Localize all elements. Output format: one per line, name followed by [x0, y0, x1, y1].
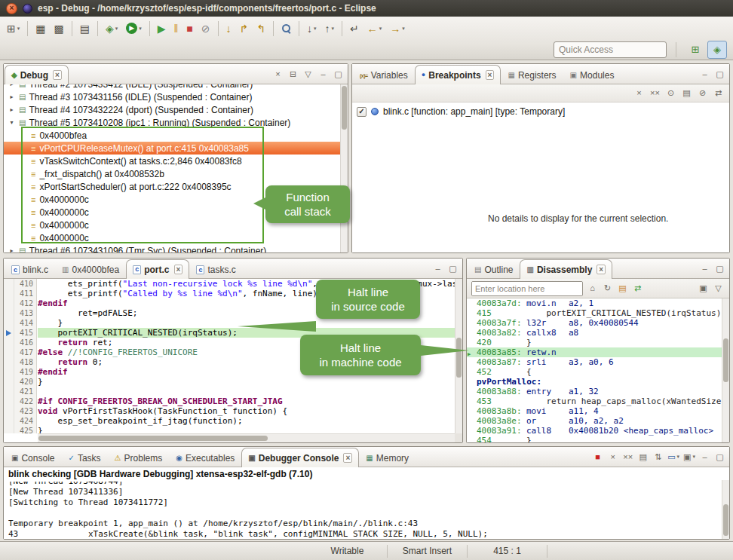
maximize-button[interactable]: ▢	[713, 262, 726, 275]
disasm-label-row[interactable]: pvPortMalloc:	[467, 377, 722, 387]
save-all-button[interactable]: ▩	[50, 20, 67, 38]
location-input[interactable]	[472, 282, 583, 295]
remove-selected-breakpoints-button[interactable]: ×	[633, 87, 646, 100]
stack-frame-row[interactable]: ≡vTaskSwitchContext() at tasks.c:2,846 0…	[4, 155, 348, 167]
disasm-instruction-row[interactable]: 40083a8e:ora10, a2, a2	[467, 416, 722, 426]
tab-tasks-c[interactable]: ctasks.c	[189, 261, 242, 278]
home-button[interactable]: ⌂	[586, 282, 599, 295]
tab-outline[interactable]: ▤Outline	[468, 261, 520, 278]
last-edit-location-button[interactable]: ↵	[346, 20, 363, 38]
debug-thread-row[interactable]: ▸▤Thread #2 1073433412 (IDLE) (Suspended…	[4, 84, 348, 90]
remove-all-terminated-button[interactable]: ×	[271, 67, 284, 81]
debug-thread-row[interactable]: ▸▤Thread #6 1073431096 (Tmr Svc) (Suspen…	[4, 244, 348, 252]
view-menu-button[interactable]: ▽	[302, 67, 314, 81]
step-into-button[interactable]: ↓	[222, 20, 235, 38]
debug-perspective-button[interactable]: ◈	[707, 41, 727, 59]
refresh-button[interactable]: ↻	[601, 282, 614, 295]
code-line[interactable]	[38, 387, 455, 396]
twistie-icon[interactable]: ▸	[8, 247, 16, 252]
display-selected-console-button[interactable]: ▭▾	[667, 450, 680, 464]
tab-memory[interactable]: ▦Memory	[359, 449, 416, 467]
editor-vertical-scrollbar[interactable]	[455, 279, 462, 433]
debug-thread-row[interactable]: ▸▤Thread #3 1073431156 (IDLE) (Suspended…	[4, 90, 348, 103]
stack-frame-row[interactable]: ≡_frxt_dispatch() at 0x4008532b	[4, 167, 348, 180]
new-button[interactable]: ⊞▾	[3, 20, 23, 38]
tab-registers[interactable]: ▦Registers	[501, 66, 563, 84]
disasm-instruction-row[interactable]: 40083a85:retw.n▶	[467, 347, 722, 357]
minimize-button[interactable]: –	[317, 67, 330, 81]
previous-annotation-button[interactable]: ↑▾	[321, 20, 339, 38]
show-breakpoints-supported-button[interactable]: ⊙	[664, 87, 677, 100]
skip-all-breakpoints-button[interactable]: ⊘	[696, 87, 709, 100]
minimize-button[interactable]: –	[698, 262, 711, 275]
view-menu-button[interactable]: ▽	[712, 282, 725, 295]
tab-debug[interactable]: ◈Debug×	[5, 65, 69, 84]
close-tab-icon[interactable]: ×	[174, 265, 183, 274]
scrollbar-thumb[interactable]	[342, 86, 347, 130]
run-button[interactable]: ▶▾	[122, 20, 146, 38]
code-line[interactable]: void vPortFirstTaskHook(TaskFunction_t f…	[38, 406, 455, 416]
twistie-icon[interactable]: ▾	[8, 119, 16, 126]
link-with-debug-view-button[interactable]: ⇄	[712, 87, 725, 100]
collapse-all-button[interactable]: ⊟	[287, 67, 299, 81]
minimize-button[interactable]: –	[431, 262, 444, 275]
debug-thread-row[interactable]: ▸▤Thread #4 1073432224 (dport) (Suspende…	[4, 103, 348, 116]
tab-port-c[interactable]: cport.c×	[126, 259, 189, 279]
tab-executables[interactable]: ◉Executables	[169, 449, 241, 467]
quick-access-input[interactable]	[554, 41, 667, 58]
scrollbar-thumb[interactable]	[723, 338, 728, 381]
print-button[interactable]: ▤	[76, 20, 94, 38]
maximize-button[interactable]: ▢	[446, 262, 459, 275]
disassembly-scrollbar[interactable]	[722, 298, 729, 442]
scroll-lock-button[interactable]: ⇅	[652, 450, 664, 464]
tab-problems[interactable]: ⚠Problems	[108, 449, 170, 467]
disconnect-button[interactable]: ⊘	[198, 20, 214, 38]
show-source-button[interactable]: ▤	[616, 282, 629, 295]
editor-horizontal-scrollbar[interactable]	[38, 433, 455, 442]
maximize-button[interactable]: ▢	[713, 67, 726, 81]
twistie-icon[interactable]: ▸	[8, 106, 16, 113]
disasm-instruction-row[interactable]: 40083a7d:movi.na2, 1	[467, 298, 722, 308]
breakpoint-item[interactable]: ✓blink.c [function: app_main] [type: Tem…	[352, 103, 729, 117]
terminate-button[interactable]: ■	[182, 20, 196, 38]
disasm-source-row[interactable]: 415 portEXIT_CRITICAL_NESTED(irqStatus);	[467, 308, 722, 318]
code-line[interactable]: }	[38, 426, 455, 433]
disasm-instruction-row[interactable]: 40083a88:entrya1, 32	[467, 387, 722, 396]
open-console-button[interactable]: ▣▾	[682, 450, 696, 464]
tab-variables[interactable]: (x)=Variables	[353, 66, 415, 84]
remove-launch-button[interactable]: ×	[606, 450, 619, 464]
open-new-view-button[interactable]: ▣	[697, 282, 710, 295]
open-perspective-button[interactable]: ⊞	[685, 41, 705, 59]
disasm-source-row[interactable]: 454}	[467, 436, 722, 442]
scrollbar-thumb[interactable]	[456, 338, 462, 378]
tab-console[interactable]: ▣Console	[5, 449, 61, 467]
maximize-button[interactable]: ▢	[332, 67, 345, 81]
debug-tree[interactable]: ▸▤Thread #2 1073433412 (IDLE) (Suspended…	[4, 84, 348, 252]
code-line[interactable]: #if CONFIG_FREERTOS_BREAK_ON_SCHEDULER_S…	[38, 396, 455, 406]
search-button[interactable]	[278, 20, 295, 38]
disasm-instruction-row[interactable]: 40083a91:call80x40081b20 <heap_caps_mall…	[467, 426, 722, 436]
stack-frame-row[interactable]: ≡0x4000000c	[4, 231, 348, 244]
disasm-source-row[interactable]: 452{	[467, 367, 722, 377]
close-tab-icon[interactable]: ×	[53, 70, 62, 80]
tab-0x4000bfea[interactable]: ▥0x4000bfea	[55, 261, 126, 278]
disasm-instruction-row[interactable]: 40083a82:callx8a8	[467, 328, 722, 338]
maximize-button[interactable]: ▢	[713, 450, 726, 464]
resume-button[interactable]: ▶	[154, 20, 170, 38]
scrollbar-thumb[interactable]	[38, 436, 268, 441]
terminate-button[interactable]: ■	[591, 450, 604, 464]
tab-tasks[interactable]: ✓Tasks	[61, 449, 107, 467]
console-output[interactable]: blink checking [GDB Hardware Debugging] …	[4, 467, 729, 539]
disassembly-listing[interactable]: 40083a7d:movi.na2, 1415 portEXIT_CRITICA…	[467, 298, 722, 442]
close-tab-icon[interactable]: ×	[343, 453, 352, 463]
next-annotation-button[interactable]: ↓▾	[303, 20, 320, 38]
line-number-ruler[interactable]: 4104114124134144154164174184194204214224…	[14, 279, 37, 433]
minimize-button[interactable]: –	[698, 67, 711, 81]
save-button[interactable]: ▦	[32, 20, 49, 38]
minimize-button[interactable]: –	[698, 450, 711, 464]
go-to-file-for-breakpoint-button[interactable]: ▤	[680, 87, 693, 100]
twistie-icon[interactable]: ▸	[8, 84, 16, 87]
tab-blink-c[interactable]: cblink.c	[5, 261, 55, 278]
code-line[interactable]: }	[38, 377, 455, 387]
annotation-ruler[interactable]	[4, 279, 14, 433]
